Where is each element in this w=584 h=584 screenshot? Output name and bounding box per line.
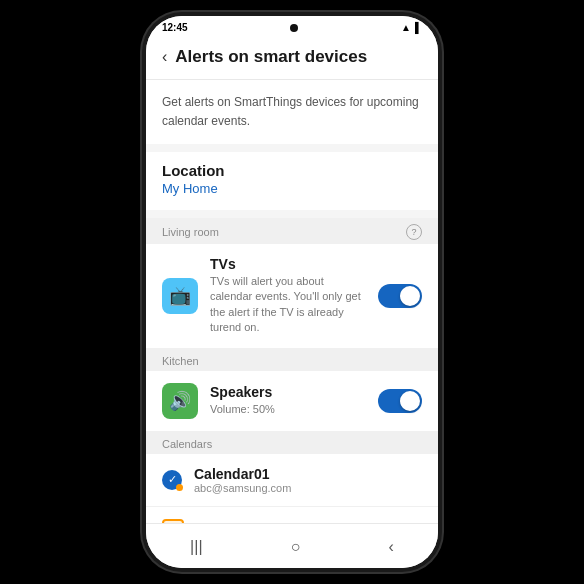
speaker-desc: Volume: 50% [210,402,366,417]
calendars-label: Calendars [162,438,212,450]
signal-icon: ▲ [401,22,411,33]
phone-frame: 12:45 ▲ ▌ ‹ Alerts on smart devices Get … [142,12,442,572]
header-bar: ‹ Alerts on smart devices [146,37,438,80]
phone-screen: 12:45 ▲ ▌ ‹ Alerts on smart devices Get … [146,16,438,568]
calendar-dot [176,484,183,491]
speaker-icon-box: 🔊 [162,383,198,419]
speaker-device-item: 🔊 Speakers Volume: 50% [146,371,438,432]
run-scenes-item[interactable]: ✓ Run scenes [146,507,438,523]
calendar-info: Calendar01 abc@samsung.com [194,466,422,494]
tv-icon: 📺 [169,285,191,307]
calendars-group-header: Calendars [146,432,438,454]
speaker-toggle-knob [400,391,420,411]
speaker-icon: 🔊 [169,390,191,412]
location-label: Location [162,162,422,179]
home-button[interactable]: ○ [275,534,317,560]
back-button[interactable]: ‹ [162,48,167,66]
kitchen-label: Kitchen [162,355,199,367]
page-title: Alerts on smart devices [175,47,367,67]
status-time: 12:45 [162,22,188,33]
location-section: Location My Home [146,152,438,210]
tv-icon-box: 📺 [162,278,198,314]
tv-desc: TVs will alert you about calendar events… [210,274,366,336]
calendar-name: Calendar01 [194,466,422,482]
kitchen-group-header: Kitchen [146,349,438,371]
status-bar: 12:45 ▲ ▌ [146,16,438,37]
tv-toggle[interactable] [378,284,422,308]
tv-info: TVs TVs will alert you about calendar ev… [210,256,366,336]
back-nav-button[interactable]: ‹ [373,534,410,560]
battery-icon: ▌ [415,22,422,33]
living-room-group-header: Living room ? [146,218,438,244]
recent-apps-button[interactable]: ||| [174,534,218,560]
speaker-name: Speakers [210,384,366,400]
help-icon[interactable]: ? [406,224,422,240]
living-room-label: Living room [162,226,219,238]
calendar-check-icon: ✓ [168,473,177,486]
screen-content: ‹ Alerts on smart devices Get alerts on … [146,37,438,523]
tv-toggle-knob [400,286,420,306]
description-section: Get alerts on SmartThings devices for up… [146,80,438,144]
tv-device-item: 📺 TVs TVs will alert you about calendar … [146,244,438,349]
camera-notch [290,24,298,32]
tv-name: TVs [210,256,366,272]
calendar-checkbox[interactable]: ✓ [162,470,182,490]
speaker-toggle[interactable] [378,389,422,413]
description-text: Get alerts on SmartThings devices for up… [162,95,419,128]
nav-bar: ||| ○ ‹ [146,523,438,568]
calendar-email: abc@samsung.com [194,482,422,494]
status-icons: ▲ ▌ [401,22,422,33]
calendar-item[interactable]: ✓ Calendar01 abc@samsung.com [146,454,438,507]
speaker-info: Speakers Volume: 50% [210,384,366,417]
location-value[interactable]: My Home [162,181,422,196]
